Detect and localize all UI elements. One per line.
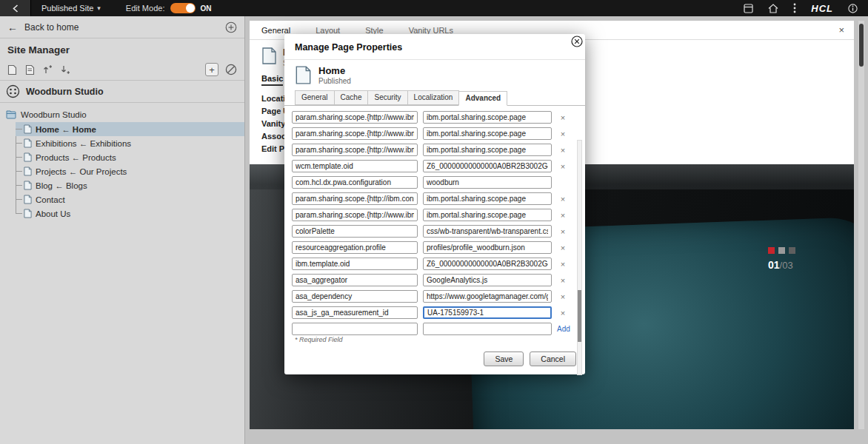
carousel-total: 03 xyxy=(782,260,792,271)
tab-layout[interactable]: Layout xyxy=(316,26,340,35)
property-value-input[interactable] xyxy=(423,144,552,156)
dialog-tab-security[interactable]: Security xyxy=(367,90,407,105)
remove-property-button[interactable]: × xyxy=(557,211,569,220)
edit-mode-toggle[interactable] xyxy=(170,3,196,13)
property-value-input[interactable] xyxy=(423,241,552,254)
published-site-dropdown[interactable]: Published Site ▾ xyxy=(41,4,101,13)
property-key-input[interactable] xyxy=(292,258,418,270)
property-key-input[interactable] xyxy=(292,192,418,205)
tree-item[interactable]: Exhibitions ← Exhibitions xyxy=(16,136,244,150)
property-key-input[interactable] xyxy=(292,176,418,189)
property-key-input[interactable] xyxy=(292,290,418,303)
carousel-square-active[interactable] xyxy=(768,247,775,254)
dialog-tab-advanced[interactable]: Advanced xyxy=(458,91,507,106)
close-panel-button[interactable]: × xyxy=(838,24,844,36)
add-page-button[interactable]: + xyxy=(205,63,218,76)
property-value-input[interactable] xyxy=(423,258,552,270)
tree-item[interactable]: Blog ← Blogs xyxy=(16,178,244,192)
sub-tab-basic[interactable]: Basic xyxy=(261,74,283,86)
property-value-input[interactable] xyxy=(423,306,552,319)
property-value-input[interactable] xyxy=(423,323,552,335)
dialog-scrollbar-thumb[interactable] xyxy=(578,290,581,342)
site-header[interactable]: Woodburn Studio xyxy=(0,81,244,103)
move-up-icon[interactable] xyxy=(43,64,53,75)
remove-property-button[interactable]: × xyxy=(557,276,569,285)
remove-property-button[interactable]: × xyxy=(557,260,569,269)
dialog-tab-general[interactable]: General xyxy=(295,90,335,105)
new-page-icon[interactable] xyxy=(7,64,17,75)
property-key-input[interactable] xyxy=(292,127,418,140)
hcl-logo: HCL xyxy=(811,3,833,14)
workspace-icon[interactable] xyxy=(744,4,753,13)
property-value-input[interactable] xyxy=(423,209,552,221)
page-scrollbar-thumb[interactable] xyxy=(859,24,864,67)
back-to-home-link[interactable]: Back to home xyxy=(24,22,79,33)
remove-property-button[interactable]: × xyxy=(557,243,569,252)
save-button[interactable]: Save xyxy=(484,352,524,366)
tab-style[interactable]: Style xyxy=(365,26,383,35)
property-value-input[interactable] xyxy=(423,274,552,286)
property-key-input[interactable] xyxy=(292,306,418,319)
carousel-square[interactable] xyxy=(778,247,785,254)
property-row: × xyxy=(292,290,569,303)
property-key-input[interactable] xyxy=(292,209,418,221)
property-value-input[interactable] xyxy=(423,111,552,124)
tree-item-label: Projects ← Our Projects xyxy=(36,167,127,176)
property-key-input[interactable] xyxy=(292,225,418,238)
property-row xyxy=(292,176,569,189)
close-dialog-icon[interactable] xyxy=(571,36,583,47)
property-row: Add xyxy=(292,323,569,335)
tree-item[interactable]: Projects ← Our Projects xyxy=(16,164,244,178)
chevron-down-icon: ▾ xyxy=(97,4,101,12)
dialog-tab-cache[interactable]: Cache xyxy=(334,90,369,105)
property-key-input[interactable] xyxy=(292,144,418,156)
kebab-menu-icon[interactable] xyxy=(793,3,796,13)
property-row: × xyxy=(292,258,569,270)
property-value-input[interactable] xyxy=(423,160,552,172)
home-icon[interactable] xyxy=(768,4,778,13)
remove-property-button[interactable]: × xyxy=(557,113,569,122)
property-key-input[interactable] xyxy=(292,323,418,335)
remove-property-button[interactable]: × xyxy=(557,309,569,317)
dialog-tab-localization[interactable]: Localization xyxy=(407,90,460,105)
copy-page-icon[interactable] xyxy=(25,64,35,75)
back-button[interactable] xyxy=(0,0,31,16)
property-value-input[interactable] xyxy=(423,290,552,303)
tree-root[interactable]: Woodburn Studio xyxy=(6,107,244,122)
remove-property-button[interactable]: × xyxy=(557,162,569,171)
remove-property-button[interactable]: × xyxy=(557,292,569,301)
toggle-knob-icon xyxy=(186,4,195,13)
remove-property-button[interactable]: × xyxy=(557,227,569,236)
property-value-input[interactable] xyxy=(423,192,552,205)
remove-property-button[interactable]: × xyxy=(557,130,569,138)
property-row: × xyxy=(292,225,569,238)
dialog-buttons: Save Cancel xyxy=(484,352,576,366)
tree-item[interactable]: Home ← Home xyxy=(16,122,244,136)
remove-property-button[interactable]: × xyxy=(557,146,569,155)
tab-general[interactable]: General xyxy=(261,26,290,35)
cancel-button[interactable]: Cancel xyxy=(530,352,576,366)
carousel-square[interactable] xyxy=(789,247,795,254)
property-value-input[interactable] xyxy=(423,225,552,238)
property-key-input[interactable] xyxy=(292,274,418,286)
top-bar-actions: HCL xyxy=(744,3,858,14)
move-down-icon[interactable] xyxy=(61,64,70,75)
property-row: × xyxy=(292,144,569,156)
tab-vanity-urls[interactable]: Vanity URLs xyxy=(409,26,453,35)
property-value-input[interactable] xyxy=(423,176,552,189)
add-property-link[interactable]: Add xyxy=(557,325,569,333)
restrict-icon[interactable] xyxy=(225,64,237,75)
tree-root-label: Woodburn Studio xyxy=(21,110,87,119)
property-key-input[interactable] xyxy=(292,111,418,124)
tree-item[interactable]: About Us xyxy=(16,206,244,221)
add-circle-icon[interactable] xyxy=(225,21,237,33)
required-field-note: * Required Field xyxy=(295,336,343,343)
back-arrow-icon: ← xyxy=(7,21,18,33)
tree-item[interactable]: Contact xyxy=(16,192,244,206)
property-value-input[interactable] xyxy=(423,127,552,140)
remove-property-button[interactable]: × xyxy=(557,195,569,204)
property-key-input[interactable] xyxy=(292,160,418,172)
property-key-input[interactable] xyxy=(292,241,418,254)
info-icon[interactable] xyxy=(848,4,858,13)
tree-item[interactable]: Products ← Products xyxy=(16,150,244,164)
